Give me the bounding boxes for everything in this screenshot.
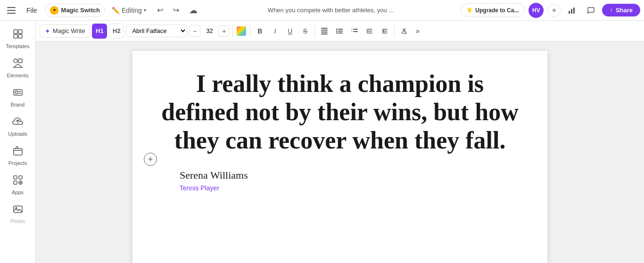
projects-label: Projects	[8, 160, 27, 166]
sidebar-item-apps[interactable]: Apps	[2, 171, 34, 199]
sidebar-item-templates[interactable]: Templates	[2, 25, 34, 53]
underline-button[interactable]: U	[283, 25, 297, 38]
svg-rect-31	[338, 33, 343, 33]
svg-rect-17	[19, 176, 22, 179]
svg-point-30	[336, 32, 338, 33]
more-options-button[interactable]: »	[413, 25, 422, 37]
text-color-button[interactable]	[236, 25, 247, 37]
svg-rect-18	[14, 181, 17, 184]
nav-actions-group: ♛ Upgrade to Ca... HV + ↑ Share	[461, 3, 640, 18]
share-icon: ↑	[610, 7, 613, 14]
crown-icon: ♛	[467, 7, 472, 14]
font-size-increase[interactable]: +	[218, 25, 230, 37]
svg-rect-5	[573, 8, 575, 14]
apps-icon	[12, 174, 24, 188]
sidebar-item-uploads[interactable]: Uploads	[2, 112, 34, 140]
svg-rect-8	[14, 34, 17, 38]
magic-switch-button[interactable]: ✦ Magic Switch	[45, 4, 105, 17]
svg-rect-23	[321, 30, 328, 31]
elements-icon	[12, 58, 24, 71]
brand-icon	[12, 87, 24, 100]
sidebar: Templates Elements Brand	[0, 21, 36, 263]
add-section-button[interactable]: +	[144, 153, 157, 166]
canvas-area: + I really think a champion is defined n…	[36, 41, 644, 263]
canvas-page[interactable]: + I really think a champion is defined n…	[132, 51, 547, 263]
ordered-list-button[interactable]: 1. 2.	[348, 25, 361, 38]
formatting-toolbar: ✦ Magic Write H1 H2 Abril Fatface − 32 +…	[36, 21, 644, 41]
font-size-value: 32	[202, 27, 216, 34]
svg-rect-25	[321, 33, 328, 34]
author-name[interactable]: Serena Williams	[180, 169, 519, 181]
align-button[interactable]	[318, 25, 331, 38]
sidebar-item-brand[interactable]: Brand	[2, 83, 34, 111]
sidebar-item-projects[interactable]: Projects	[2, 141, 34, 170]
file-button[interactable]: File	[21, 5, 43, 16]
chevron-down-icon: ▾	[144, 8, 146, 13]
sidebar-item-photos[interactable]: Photos	[2, 200, 34, 228]
svg-rect-1	[7, 10, 16, 11]
h1-button[interactable]: H1	[92, 24, 107, 39]
share-label: Share	[616, 7, 633, 14]
svg-rect-35	[353, 31, 358, 32]
font-size-decrease[interactable]: −	[189, 25, 200, 37]
photos-label: Photos	[10, 219, 25, 224]
italic-button[interactable]: I	[268, 25, 281, 38]
svg-marker-12	[14, 64, 22, 67]
svg-rect-9	[18, 34, 22, 38]
brand-label: Brand	[11, 102, 25, 107]
add-button[interactable]: +	[547, 4, 561, 17]
svg-rect-20	[14, 206, 22, 213]
avatar[interactable]: HV	[528, 3, 544, 18]
templates-icon	[12, 28, 24, 41]
svg-rect-0	[7, 7, 16, 8]
add-section-icon: +	[148, 155, 153, 164]
templates-label: Templates	[6, 43, 29, 49]
upgrade-label: Upgrade to Ca...	[475, 7, 519, 14]
magic-write-icon: ✦	[45, 27, 50, 35]
cloud-save-button[interactable]: ☁	[186, 3, 201, 18]
list-button[interactable]	[333, 25, 346, 38]
content-area: ✦ Magic Write H1 H2 Abril Fatface − 32 +…	[36, 21, 644, 263]
quote-text[interactable]: I really think a champion is defined not…	[161, 70, 519, 154]
document-title[interactable]: When you compete with better athletes, y…	[268, 7, 394, 14]
comments-button[interactable]	[583, 3, 598, 18]
svg-rect-29	[338, 31, 343, 32]
analytics-button[interactable]	[564, 3, 579, 18]
redo-button[interactable]: ↪	[169, 3, 184, 18]
uploads-label: Uploads	[8, 131, 27, 137]
editing-button[interactable]: ✏️ Editing ▾	[107, 5, 151, 16]
magic-write-button[interactable]: ✦ Magic Write	[40, 25, 90, 38]
indent-button[interactable]	[363, 25, 376, 38]
undo-redo-group: ↩ ↪	[153, 3, 184, 18]
magic-write-label: Magic Write	[53, 27, 85, 34]
upgrade-button[interactable]: ♛ Upgrade to Ca...	[461, 3, 525, 17]
pencil-icon: ✏️	[112, 7, 120, 14]
svg-rect-27	[338, 29, 343, 30]
projects-icon	[12, 145, 24, 158]
h2-button[interactable]: H2	[109, 24, 124, 39]
sidebar-item-elements[interactable]: Elements	[2, 54, 34, 82]
svg-rect-11	[18, 59, 22, 63]
elements-label: Elements	[7, 73, 29, 78]
undo-button[interactable]: ↩	[153, 3, 168, 18]
font-selector[interactable]: Abril Fatface	[126, 25, 187, 37]
svg-point-28	[336, 30, 338, 32]
svg-rect-2	[7, 13, 16, 14]
outdent-button[interactable]	[378, 25, 391, 38]
clear-format-button[interactable]	[397, 25, 411, 38]
svg-point-10	[14, 59, 17, 63]
top-nav: File ✦ Magic Switch ✏️ Editing ▾ ↩ ↪ ☁ W…	[0, 0, 644, 21]
share-button[interactable]: ↑ Share	[602, 4, 640, 16]
bold-button[interactable]: B	[253, 25, 266, 38]
hamburger-button[interactable]	[4, 3, 19, 18]
svg-rect-7	[18, 30, 22, 33]
toolbar-divider-4	[394, 25, 395, 37]
magic-switch-icon: ✦	[50, 6, 58, 15]
toolbar-divider-2	[250, 25, 250, 37]
author-title[interactable]: Tennis Player	[180, 184, 519, 192]
apps-label: Apps	[12, 189, 24, 195]
strikethrough-button[interactable]: S	[298, 25, 312, 38]
font-size-control: − 32 +	[189, 25, 230, 37]
svg-text:2.: 2.	[351, 30, 353, 33]
toolbar-divider-3	[314, 25, 315, 37]
